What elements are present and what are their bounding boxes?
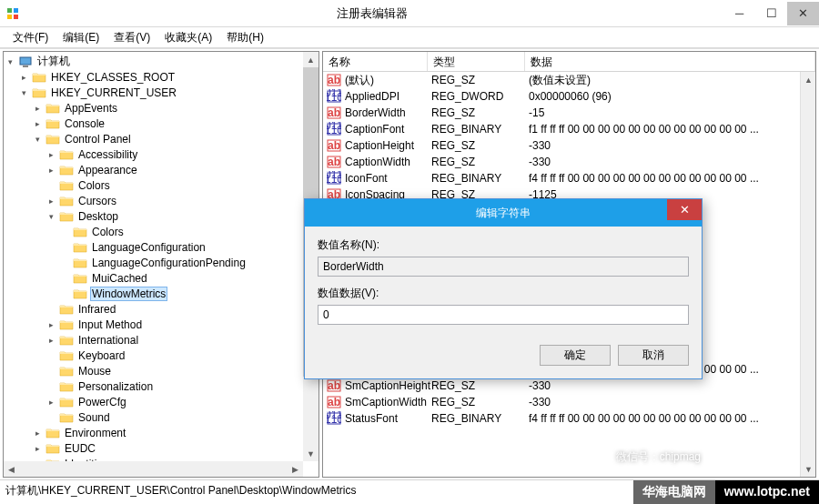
tree-label[interactable]: Appearance <box>76 164 139 176</box>
tree-item[interactable]: ▸Accessibility <box>4 146 318 162</box>
tree-toggle-icon[interactable]: ▾ <box>19 87 29 97</box>
tree-label[interactable]: International <box>76 334 140 347</box>
tree-toggle-icon[interactable]: ▸ <box>46 335 56 345</box>
tree-toggle-icon[interactable] <box>60 273 70 283</box>
tree-item[interactable]: ▸Environment <box>4 425 318 440</box>
tree-item[interactable]: ▾Control Panel <box>4 131 318 146</box>
list-row[interactable]: abBorderWidthREG_SZ-15 <box>323 105 815 121</box>
tree-label[interactable]: MuiCached <box>90 272 149 285</box>
tree-label[interactable]: Accessibility <box>76 148 139 161</box>
scroll-up-icon[interactable]: ▲ <box>801 72 816 87</box>
menu-item[interactable]: 收藏夹(A) <box>157 28 219 47</box>
tree-item[interactable]: ▸PowerCfg <box>4 394 318 409</box>
tree-toggle-icon[interactable]: ▾ <box>5 56 15 66</box>
tree-item[interactable]: ▾Desktop <box>4 208 318 224</box>
tree-hscrollbar[interactable]: ◀ ▶ <box>4 461 303 477</box>
tree-item[interactable]: ▸HKEY_CLASSES_ROOT <box>4 69 318 85</box>
tree-item[interactable]: ▾计算机 <box>4 54 318 69</box>
dialog-close-button[interactable]: ✕ <box>667 199 702 220</box>
menu-item[interactable]: 编辑(E) <box>56 28 106 47</box>
tree-item[interactable]: ▸Input Method <box>4 317 318 332</box>
tree-label[interactable]: EUDC <box>63 442 97 455</box>
col-header-type[interactable]: 类型 <box>428 52 525 71</box>
maximize-button[interactable]: ☐ <box>755 2 787 25</box>
tree-label[interactable]: PowerCfg <box>76 396 128 408</box>
tree-label[interactable]: LanguageConfigurationPending <box>90 257 248 269</box>
tree-item[interactable]: Keyboard <box>4 348 318 363</box>
tree-toggle-icon[interactable]: ▸ <box>33 443 43 453</box>
tree-label[interactable]: HKEY_CURRENT_USER <box>49 86 178 99</box>
tree-label[interactable]: Control Panel <box>63 133 133 146</box>
tree-toggle-icon[interactable]: ▸ <box>46 196 56 206</box>
scroll-left-icon[interactable]: ◀ <box>4 461 19 477</box>
close-button[interactable]: ✕ <box>787 2 819 25</box>
tree-toggle-icon[interactable]: ▸ <box>46 165 56 175</box>
registry-tree-pane[interactable]: ▾计算机▸HKEY_CLASSES_ROOT▾HKEY_CURRENT_USER… <box>3 51 319 478</box>
tree-item[interactable]: LanguageConfigurationPending <box>4 255 318 270</box>
tree-toggle-icon[interactable] <box>46 180 56 190</box>
tree-label[interactable]: Input Method <box>76 318 144 331</box>
tree-item[interactable]: ▸Console <box>4 116 318 131</box>
tree-item[interactable]: ▸AppEvents <box>4 100 318 116</box>
list-row[interactable]: 011110IconFontREG_BINARYf4 ff ff ff 00 0… <box>323 170 815 186</box>
tree-toggle-icon[interactable] <box>46 412 56 422</box>
tree-toggle-icon[interactable]: ▾ <box>33 134 43 144</box>
col-header-name[interactable]: 名称 <box>323 52 428 71</box>
tree-toggle-icon[interactable]: ▸ <box>46 149 56 159</box>
tree-item[interactable]: Sound <box>4 409 318 425</box>
tree-label[interactable]: Keyboard <box>76 349 126 362</box>
tree-label[interactable]: Infrared <box>76 303 117 316</box>
scroll-up-icon[interactable]: ▲ <box>303 52 318 67</box>
tree-item[interactable]: Colors <box>4 177 318 193</box>
tree-label[interactable]: 计算机 <box>35 54 72 69</box>
list-row[interactable]: 011110StatusFontREG_BINARYf4 ff ff ff 00… <box>323 410 815 427</box>
tree-item[interactable]: ▸International <box>4 332 318 348</box>
tree-item[interactable]: ▾HKEY_CURRENT_USER <box>4 85 318 100</box>
tree-toggle-icon[interactable]: ▾ <box>46 211 56 221</box>
tree-item[interactable]: Mouse <box>4 363 318 378</box>
minimize-button[interactable]: ─ <box>723 2 755 25</box>
tree-label[interactable]: HKEY_CLASSES_ROOT <box>49 71 177 84</box>
tree-item[interactable]: ▸Appearance <box>4 162 318 177</box>
value-data-input[interactable] <box>318 305 689 325</box>
list-vscrollbar[interactable]: ▲ ▼ <box>800 72 815 477</box>
tree-toggle-icon[interactable]: ▸ <box>33 103 43 113</box>
tree-label[interactable]: Cursors <box>76 195 118 207</box>
tree-toggle-icon[interactable]: ▸ <box>33 118 43 128</box>
tree-label[interactable]: AppEvents <box>63 102 119 115</box>
tree-label[interactable]: Colors <box>76 179 112 192</box>
tree-label[interactable]: Sound <box>76 411 112 424</box>
tree-toggle-icon[interactable] <box>60 288 70 298</box>
scroll-down-icon[interactable]: ▼ <box>801 461 816 477</box>
tree-toggle-icon[interactable] <box>46 381 56 391</box>
menu-item[interactable]: 查看(V) <box>106 28 157 47</box>
list-row[interactable]: 011110CaptionFontREG_BINARYf1 ff ff ff 0… <box>323 121 815 137</box>
scroll-down-icon[interactable]: ▼ <box>303 446 318 461</box>
tree-item[interactable]: Colors <box>4 224 318 239</box>
tree-label[interactable]: Console <box>63 117 106 130</box>
tree-toggle-icon[interactable]: ▸ <box>46 397 56 407</box>
tree-toggle-icon[interactable] <box>46 366 56 376</box>
cancel-button[interactable]: 取消 <box>618 345 689 366</box>
menu-item[interactable]: 帮助(H) <box>219 28 271 47</box>
tree-item[interactable]: Infrared <box>4 301 318 317</box>
ok-button[interactable]: 确定 <box>540 345 611 366</box>
tree-label[interactable]: Colors <box>90 226 126 238</box>
tree-toggle-icon[interactable]: ▸ <box>19 72 29 82</box>
list-row[interactable]: abSmCaptionWidthREG_SZ-330 <box>323 394 815 410</box>
scroll-right-icon[interactable]: ▶ <box>288 461 303 477</box>
list-row[interactable]: abCaptionHeightREG_SZ-330 <box>323 137 815 154</box>
tree-toggle-icon[interactable]: ▸ <box>33 428 43 438</box>
menu-item[interactable]: 文件(F) <box>5 28 56 47</box>
col-header-data[interactable]: 数据 <box>525 52 815 71</box>
tree-toggle-icon[interactable] <box>60 227 70 237</box>
list-row[interactable]: abCaptionWidthREG_SZ-330 <box>323 154 815 170</box>
tree-label[interactable]: Desktop <box>76 210 120 223</box>
tree-label[interactable]: Mouse <box>76 365 113 378</box>
dialog-titlebar[interactable]: 编辑字符串 ✕ <box>305 199 702 227</box>
tree-item[interactable]: ▸EUDC <box>4 440 318 456</box>
list-row[interactable]: abSmCaptionHeightREG_SZ-330 <box>323 378 815 394</box>
tree-label[interactable]: Personalization <box>76 380 155 393</box>
tree-item[interactable]: LanguageConfiguration <box>4 239 318 255</box>
list-row[interactable]: ab(默认)REG_SZ(数值未设置) <box>323 72 815 88</box>
